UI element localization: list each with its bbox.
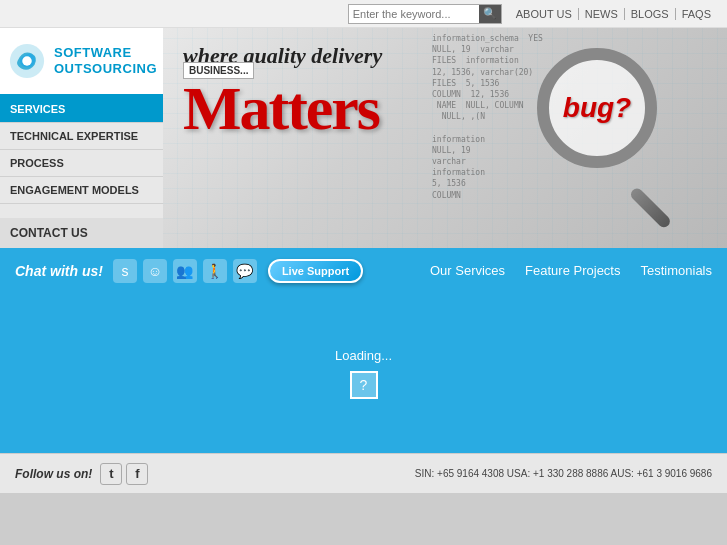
main-layout: SOFTWARE OUTSOURCING SERVICES TECHNICAL … [0,28,727,248]
live-support-button[interactable]: Live Support [268,259,363,283]
chat-nav-projects[interactable]: Feature Projects [525,263,620,278]
sidebar: SOFTWARE OUTSOURCING SERVICES TECHNICAL … [0,28,163,248]
content-area: Loading... ? [0,293,727,453]
sidebar-item-process[interactable]: PROCESS [0,150,163,177]
search-input[interactable] [349,5,479,23]
logo-icon [8,42,46,80]
chat-icon-aim[interactable]: ☺ [143,259,167,283]
chat-icon-skype[interactable]: s [113,259,137,283]
facebook-icon[interactable]: f [126,463,148,485]
sidebar-logo: SOFTWARE OUTSOURCING [0,28,163,96]
chat-icon-group[interactable]: 👥 [173,259,197,283]
search-button[interactable]: 🔍 [479,5,501,23]
hero-banner: information_schema YES NULL, 19 varchar … [163,28,727,248]
sidebar-item-engagement[interactable]: ENGAGEMENT MODELS [0,177,163,204]
sidebar-nav: SERVICES TECHNICAL EXPERTISE PROCESS ENG… [0,96,163,204]
svg-point-1 [22,56,32,66]
nav-faqs[interactable]: FAQS [676,8,717,20]
follow-label: Follow us on! [15,467,92,481]
footer-contact: SIN: +65 9164 4308 USA: +1 330 288 8886 … [415,468,712,479]
chat-nav: Our Services Feature Projects Testimonia… [430,263,712,278]
loading-text: Loading... [335,348,392,363]
hero-matters-text: Matters [183,77,379,139]
twitter-icon[interactable]: t [100,463,122,485]
hero-content: where quality delivery BUSINESS... Matte… [163,28,727,154]
logo-text: SOFTWARE OUTSOURCING [54,45,157,76]
chat-icon-msg[interactable]: 💬 [233,259,257,283]
sidebar-item-services[interactable]: SERVICES [0,96,163,123]
bottom-strip [0,493,727,498]
footer: Follow us on! t f SIN: +65 9164 4308 USA… [0,453,727,493]
sidebar-item-technical[interactable]: TECHNICAL EXPERTISE [0,123,163,150]
top-nav: ABOUT US NEWS BLOGS FAQS [510,8,717,20]
search-box: 🔍 [348,4,502,24]
chat-label: Chat with us! [15,263,103,279]
chat-nav-services[interactable]: Our Services [430,263,505,278]
top-bar: 🔍 ABOUT US NEWS BLOGS FAQS [0,0,727,28]
loading-box: ? [350,371,378,399]
chat-icons: s ☺ 👥 🚶 💬 Live Support [113,259,363,283]
nav-news[interactable]: NEWS [579,8,625,20]
sidebar-contact[interactable]: CONTACT US [0,218,163,248]
hero-tagline: where quality delivery [183,43,707,69]
nav-blogs[interactable]: BLOGS [625,8,676,20]
nav-about[interactable]: ABOUT US [510,8,579,20]
chat-bar: Chat with us! s ☺ 👥 🚶 💬 Live Support Our… [0,248,727,293]
chat-icon-person[interactable]: 🚶 [203,259,227,283]
chat-nav-testimonials[interactable]: Testimonials [640,263,712,278]
